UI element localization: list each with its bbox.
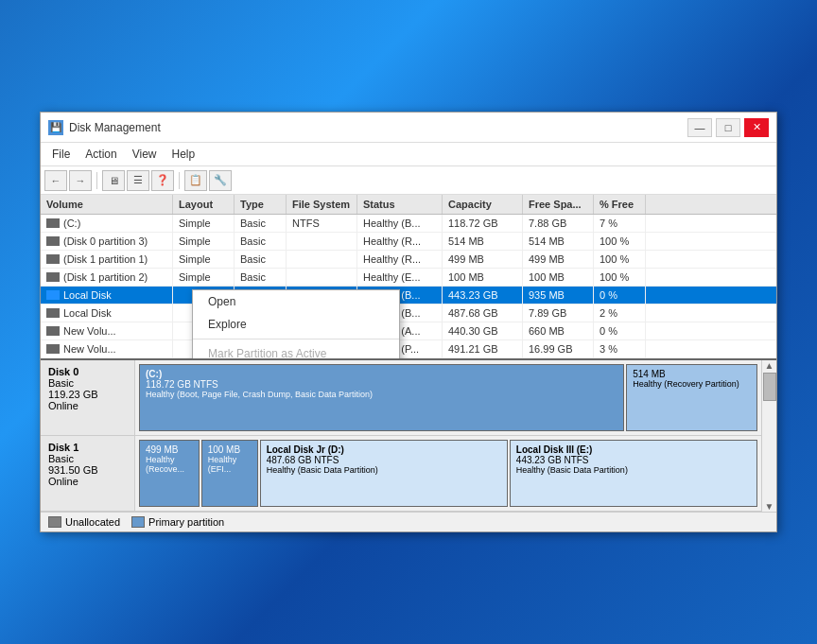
disk0-partition-recovery[interactable]: 514 MB Healthy (Recovery Partition) xyxy=(626,364,757,431)
disk1-partition-d[interactable]: Local Disk Jr (D:) 487.68 GB NTFS Health… xyxy=(260,440,508,507)
row4-capacity: 443.23 GB xyxy=(443,287,523,304)
row2-capacity: 499 MB xyxy=(443,251,523,268)
toolbar-separator-2 xyxy=(179,172,180,189)
row1-type: Basic xyxy=(235,233,287,250)
minimize-button[interactable]: — xyxy=(687,118,712,137)
row7-pct: 3 % xyxy=(594,340,646,357)
maximize-button[interactable]: □ xyxy=(716,118,740,137)
table-row[interactable]: New Volu... Healthy (P... 491.21 GB 16.9… xyxy=(41,340,776,358)
row6-free: 660 MB xyxy=(523,322,594,339)
disk0-row: Disk 0 Basic 119.23 GB Online (C:) 118.7… xyxy=(41,360,761,436)
disk0-status: Online xyxy=(48,400,127,411)
vol-icon xyxy=(46,326,60,336)
disk-section-main: Disk 0 Basic 119.23 GB Online (C:) 118.7… xyxy=(41,360,761,512)
row6-volume: New Volu... xyxy=(41,322,173,339)
disk1-partition-100[interactable]: 100 MB Healthy (EFI... xyxy=(201,440,258,507)
menu-action[interactable]: Action xyxy=(78,145,124,164)
ctx-separator-1 xyxy=(193,339,399,339)
disk0-type: Basic xyxy=(48,377,127,389)
disk1-p2-status: Healthy (Basic Data Partition) xyxy=(267,465,501,475)
close-button[interactable]: ✕ xyxy=(744,118,769,137)
list-button[interactable]: ☰ xyxy=(127,170,149,191)
disk1-row: Disk 1 Basic 931.50 GB Online 499 MB Hea… xyxy=(41,436,761,512)
disk0-p0-size: 118.72 GB NTFS xyxy=(146,379,617,390)
disk1-partitions: 499 MB Healthy (Recove... 100 MB Healthy… xyxy=(135,436,761,511)
disk0-p0-name: (C:) xyxy=(146,369,617,379)
row5-free: 7.89 GB xyxy=(523,305,594,322)
row1-capacity: 514 MB xyxy=(443,233,523,250)
row1-volume: (Disk 0 partition 3) xyxy=(41,233,173,250)
row0-fs: NTFS xyxy=(287,215,357,232)
row3-volume: (Disk 1 partition 2) xyxy=(41,269,173,286)
disk1-label: Disk 1 Basic 931.50 GB Online xyxy=(41,436,135,511)
back-button[interactable]: ← xyxy=(44,170,67,191)
row4-volume: Local Disk xyxy=(41,287,173,304)
disk1-p2-size: 487.68 GB NTFS xyxy=(267,455,501,465)
disk1-p0-status: Healthy (Recove... xyxy=(146,455,193,474)
row7-free: 16.99 GB xyxy=(523,340,594,357)
row3-capacity: 100 MB xyxy=(443,269,523,286)
window-title: Disk Management xyxy=(69,121,161,134)
disk1-partition-499[interactable]: 499 MB Healthy (Recove... xyxy=(139,440,200,507)
vol-icon xyxy=(46,236,60,246)
row1-free: 514 MB xyxy=(523,233,594,250)
disk0-size: 119.23 GB xyxy=(48,389,127,400)
ctx-open[interactable]: Open xyxy=(193,290,399,313)
row2-layout: Simple xyxy=(173,251,235,268)
disk1-partition-e[interactable]: Local Disk III (E:) 443.23 GB NTFS Healt… xyxy=(510,440,757,507)
table-row[interactable]: (C:) Simple Basic NTFS Healthy (B... 118… xyxy=(41,215,776,233)
table-header: Volume Layout Type File System Status Ca… xyxy=(41,195,776,215)
ctx-explore[interactable]: Explore xyxy=(193,313,399,336)
table-row[interactable]: Local Disk Healthy (B... 487.68 GB 7.89 … xyxy=(41,305,776,322)
row1-layout: Simple xyxy=(173,233,235,250)
menu-file[interactable]: File xyxy=(44,145,78,164)
disk1-p3-status: Healthy (Basic Data Partition) xyxy=(516,465,751,475)
scroll-up-arrow[interactable]: ▲ xyxy=(762,360,776,371)
table-row[interactable]: (Disk 0 partition 3) Simple Basic Health… xyxy=(41,233,776,251)
row2-pct: 100 % xyxy=(594,251,646,268)
table-row-selected[interactable]: Local Disk Healthy (B... 443.23 GB 935 M… xyxy=(41,287,776,305)
row3-free: 100 MB xyxy=(523,269,594,286)
vol-icon xyxy=(46,308,60,318)
context-menu: Open Explore Mark Partition as Active Ch… xyxy=(192,289,400,360)
menu-view[interactable]: View xyxy=(125,145,165,164)
row3-layout: Simple xyxy=(173,269,235,286)
disk0-partition-c[interactable]: (C:) 118.72 GB NTFS Healthy (Boot, Page … xyxy=(139,364,624,431)
disk0-p0-status: Healthy (Boot, Page File, Crash Dump, Ba… xyxy=(146,390,617,399)
disk1-name: Disk 1 xyxy=(48,442,127,453)
help-button[interactable]: ❓ xyxy=(151,170,174,191)
col-header-status: Status xyxy=(357,195,443,214)
table-row[interactable]: (Disk 1 partition 1) Simple Basic Health… xyxy=(41,251,776,269)
vol-icon xyxy=(46,254,60,264)
table-row[interactable]: (Disk 1 partition 2) Simple Basic Health… xyxy=(41,269,776,287)
vol-icon xyxy=(46,272,60,282)
settings-button[interactable]: 🔧 xyxy=(209,170,232,191)
row5-pct: 2 % xyxy=(594,305,646,322)
toolbar: ← → 🖥 ☰ ❓ 📋 🔧 xyxy=(41,166,776,195)
table-row[interactable]: New Volu... Healthy (A... 440.30 GB 660 … xyxy=(41,322,776,340)
legend-bar: Unallocated Primary partition xyxy=(41,512,776,531)
disk-scrollbar[interactable]: ▲ ▼ xyxy=(761,360,776,512)
title-bar: 💾 Disk Management — □ ✕ xyxy=(41,113,776,143)
disk1-p0-size: 499 MB xyxy=(146,444,193,455)
row5-capacity: 487.68 GB xyxy=(443,305,523,322)
row0-status: Healthy (B... xyxy=(357,215,443,232)
row2-free: 499 MB xyxy=(523,251,594,268)
row2-volume: (Disk 1 partition 1) xyxy=(41,251,173,268)
legend-primary-box xyxy=(131,516,145,528)
col-header-volume: Volume xyxy=(41,195,173,214)
scroll-thumb[interactable] xyxy=(763,373,776,401)
properties-button[interactable]: 📋 xyxy=(184,170,207,191)
disk0-label: Disk 0 Basic 119.23 GB Online xyxy=(41,360,135,435)
scroll-down-arrow[interactable]: ▼ xyxy=(762,501,776,512)
disk0-name: Disk 0 xyxy=(48,366,127,377)
volume-table-area: Volume Layout Type File System Status Ca… xyxy=(41,195,776,360)
menu-help[interactable]: Help xyxy=(165,145,203,164)
computer-button[interactable]: 🖥 xyxy=(102,170,125,191)
legend-primary: Primary partition xyxy=(131,516,224,528)
row1-status: Healthy (R... xyxy=(357,233,443,250)
disk1-p1-status: Healthy (EFI... xyxy=(208,455,252,474)
row1-pct: 100 % xyxy=(594,233,646,250)
row6-capacity: 440.30 GB xyxy=(443,322,523,339)
forward-button[interactable]: → xyxy=(69,170,92,191)
